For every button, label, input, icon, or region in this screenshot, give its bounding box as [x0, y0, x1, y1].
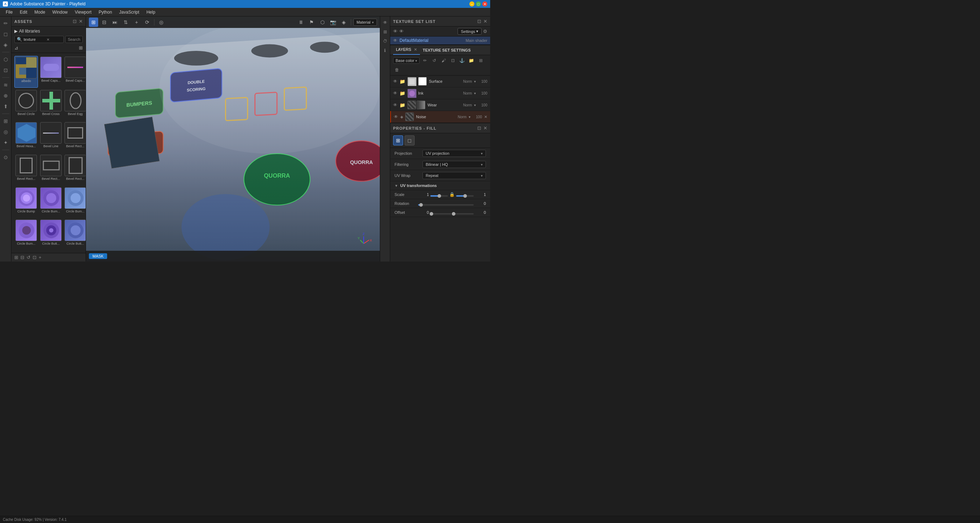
layer-blend-ink[interactable]: Norm	[463, 91, 472, 95]
layer-opacity-noise[interactable]: 100	[473, 115, 482, 119]
uv-scale-slider-right[interactable]	[456, 192, 474, 197]
uv-offset-slider-left[interactable]	[430, 210, 452, 215]
layer-row-ink[interactable]: 👁 📁 Ink Norm ▾ 100	[390, 87, 490, 99]
menu-help[interactable]: Help	[144, 9, 158, 15]
menu-mode[interactable]: Mode	[32, 9, 48, 15]
prop-dropdown-filtering[interactable]: Bilinear | HQ ▾	[422, 161, 486, 168]
maximize-button[interactable]: □	[476, 2, 481, 6]
assets-footer-icon-1[interactable]: ⊞	[14, 255, 18, 260]
assets-grid-btn[interactable]: ⊡	[33, 255, 37, 260]
clone-tool-btn[interactable]: ⊕	[1, 91, 10, 100]
uv-scale-thumb-right[interactable]	[463, 194, 467, 198]
menu-python[interactable]: Python	[95, 9, 115, 15]
layer-refresh-btn[interactable]: ↺	[430, 57, 438, 65]
layer-eye-noise[interactable]: 👁	[394, 114, 398, 119]
layer-folder-btn[interactable]: 📁	[468, 57, 476, 65]
material-btn[interactable]: ◎	[1, 127, 10, 137]
asset-item-circle-butt-2[interactable]: Circle Butt...	[64, 219, 86, 250]
asset-item-circle-bump-4[interactable]: Circle Bum...	[14, 219, 38, 250]
asset-item-albedo[interactable]: albedo	[14, 56, 38, 88]
tsl-settings-btn[interactable]: Settings ▾	[458, 28, 482, 35]
tsl-material-row[interactable]: 👁 DefaultMaterial Main shader	[390, 37, 490, 45]
fill-tool-btn[interactable]: ◈	[1, 40, 10, 49]
layer-blend-wear[interactable]: Norm	[463, 103, 472, 107]
tsl-eye-3[interactable]: 👁	[393, 38, 398, 43]
paint-tool-btn[interactable]: ✏	[1, 19, 10, 28]
uv-rotation-slider[interactable]	[418, 200, 474, 206]
filter-icon[interactable]: ⊿	[14, 45, 18, 51]
ret-clock-btn[interactable]: ⏱	[381, 37, 389, 45]
vp-history-btn[interactable]: ⟳	[143, 17, 152, 27]
asset-item-bevel-eqg[interactable]: Bevel Eqg	[64, 89, 86, 120]
asset-item-bevel-hexa[interactable]: Bevel Hexa...	[14, 121, 38, 153]
ret-info-btn[interactable]: ℹ	[381, 46, 389, 54]
assets-float-icon[interactable]: ⊡	[73, 19, 77, 24]
layers-tab-close-icon[interactable]: ✕	[414, 47, 417, 52]
uv-offset-thumb-right[interactable]	[452, 212, 455, 216]
layer-eye-ink[interactable]: 👁	[393, 91, 398, 95]
search-clear-icon[interactable]: ✕	[46, 38, 49, 41]
render-mode-dropdown[interactable]: Material ▾	[353, 19, 377, 26]
vp-visibility-btn[interactable]: ◎	[157, 17, 166, 27]
magnify-btn[interactable]: ⊙	[1, 153, 10, 162]
asset-item-bevel-rect-1[interactable]: Bevel Rect...	[64, 121, 86, 153]
uv-section-header[interactable]: ▼ UV transformations	[390, 181, 490, 190]
asset-item-bevel-cross[interactable]: Bevel Cross	[40, 89, 62, 120]
layer-close-noise[interactable]: ✕	[484, 114, 487, 119]
assets-footer-icon-2[interactable]: ⊟	[21, 255, 24, 260]
menu-file[interactable]: File	[3, 9, 16, 15]
vp-cube-btn[interactable]: ⬡	[318, 17, 327, 27]
asset-item-bevel-rect-3[interactable]: Bevel Rect...	[40, 154, 62, 185]
layer-eye-surface[interactable]: 👁	[393, 79, 398, 84]
props-float-icon[interactable]: ⊡	[477, 126, 481, 131]
asset-item-bevel-caps-2[interactable]: Bevel Caps...	[64, 56, 86, 88]
picker-btn[interactable]: ✦	[1, 138, 10, 147]
vp-grid-btn[interactable]: ⊞	[89, 17, 98, 27]
uv-scale-thumb-left[interactable]	[438, 194, 441, 198]
uv-offset-slider-right[interactable]	[453, 210, 474, 215]
assets-undo-btn[interactable]: ↺	[27, 255, 30, 260]
asset-item-bevel-rect-2[interactable]: Bevel Rect...	[14, 154, 38, 185]
layer-row-noise[interactable]: 👁 ◈ Noise Norm ▾ 100 ✕	[390, 111, 490, 123]
layer-paint-btn[interactable]: ✏	[421, 57, 429, 65]
vp-add-btn[interactable]: +	[132, 17, 141, 27]
menu-viewport[interactable]: Viewport	[72, 9, 94, 15]
layer-row-surface[interactable]: 👁 📁 Surface Norm ▾ 100	[390, 76, 490, 87]
uv-scale-slider-left[interactable]	[430, 192, 448, 197]
vp-camera-btn[interactable]: 📷	[329, 17, 338, 27]
minimize-button[interactable]: –	[469, 2, 474, 6]
breadcrumb-arrow[interactable]: ▶	[14, 29, 18, 34]
vp-grid2-btn[interactable]: ⊟	[100, 17, 109, 27]
props-fill-btn[interactable]: ⊞	[393, 135, 403, 145]
tsl-eye-2[interactable]: 👁	[399, 29, 404, 34]
viewport[interactable]: ⊞ ⊟ ⏭ ⇅ + ⟳ ◎ ⏸ ⚑ ⬡ 📷 ◈ Material ▾	[86, 16, 380, 262]
texture-set-settings-tab[interactable]: TEXTURE SET SETTINGS	[420, 46, 474, 54]
asset-item-bevel-line[interactable]: Bevel Line	[40, 121, 62, 153]
layer-brush-btn[interactable]: 🖌	[440, 57, 447, 65]
ret-layers-btn[interactable]: ⊞	[381, 28, 389, 36]
asset-item-bevel-circle[interactable]: Bevel Circle	[14, 89, 38, 120]
layer-opacity-ink[interactable]: 100	[478, 91, 487, 95]
tsl-float-icon[interactable]: ⊡	[477, 19, 481, 24]
vp-flip-btn[interactable]: ⇅	[121, 17, 130, 27]
assets-add-btn[interactable]: +	[39, 255, 41, 260]
layer-opacity-wear[interactable]: 100	[478, 103, 487, 107]
asset-item-circle-bump-3[interactable]: Circle Bum...	[64, 187, 86, 218]
layer-trash-btn[interactable]: 🗑	[393, 66, 401, 74]
vp-flag-btn[interactable]: ⚑	[307, 17, 317, 27]
tsl-eye-1[interactable]: 👁	[393, 29, 398, 34]
search-box[interactable]: 🔍 ✕	[14, 36, 64, 43]
vp-skip-btn[interactable]: ⏭	[110, 17, 120, 27]
search-input[interactable]	[24, 37, 45, 41]
eraser-tool-btn[interactable]: ◻	[1, 29, 10, 39]
assets-close-icon[interactable]: ✕	[79, 19, 83, 24]
layers-tab[interactable]: LAYERS ✕	[393, 45, 420, 55]
menu-javascript[interactable]: JavaScript	[116, 9, 142, 15]
uv-offset-thumb-left[interactable]	[430, 212, 433, 216]
uv-rotation-thumb[interactable]	[419, 203, 423, 207]
layer-anchor-btn[interactable]: ⚓	[458, 57, 466, 65]
asset-item-bevel-rect-4[interactable]: Bevel Rect...	[64, 154, 86, 185]
prop-dropdown-projection[interactable]: UV projection ▾	[422, 150, 486, 157]
tsl-gear-icon[interactable]: ⚙	[483, 29, 487, 34]
layer-blend-surface[interactable]: Norm	[463, 79, 472, 83]
